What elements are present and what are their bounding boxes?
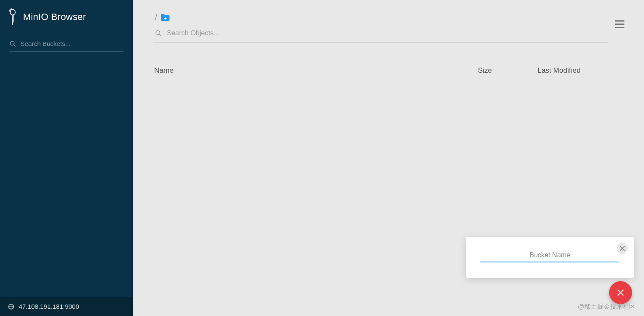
object-search-input[interactable] (167, 29, 608, 37)
minio-logo-icon (8, 9, 17, 26)
host-label: 47.108.191.181:9000 (19, 303, 79, 310)
object-search[interactable] (153, 27, 608, 43)
main-content: / (133, 0, 644, 316)
menu-button[interactable] (612, 18, 627, 32)
close-icon (620, 246, 625, 251)
column-name[interactable]: Name (154, 66, 478, 75)
column-size[interactable]: Size (478, 66, 538, 75)
create-bucket-popover (466, 237, 634, 278)
topbar: / (133, 13, 644, 43)
breadcrumb-root: / (155, 13, 157, 22)
breadcrumb: / (153, 13, 612, 27)
svg-rect-9 (615, 20, 624, 22)
globe-icon (8, 303, 14, 310)
bucket-search[interactable] (9, 37, 124, 52)
sidebar-header: MinIO Browser (0, 0, 133, 34)
svg-line-1 (14, 45, 15, 46)
svg-rect-11 (615, 27, 624, 28)
svg-rect-10 (615, 24, 624, 25)
sidebar-footer: 47.108.191.181:9000 (0, 297, 133, 316)
search-icon (9, 40, 16, 47)
topbar-left: / (153, 13, 612, 43)
close-icon (617, 289, 624, 296)
folder-add-button[interactable] (161, 14, 170, 21)
fab-close-button[interactable] (609, 281, 632, 304)
svg-rect-6 (164, 18, 167, 19)
search-icon (155, 30, 162, 37)
column-modified[interactable]: Last Modified (538, 66, 623, 75)
close-button[interactable] (617, 243, 628, 254)
bucket-name-input[interactable] (480, 249, 619, 262)
brand-title: MinIO Browser (23, 11, 86, 23)
svg-line-8 (159, 34, 161, 36)
table-header: Name Size Last Modified (133, 58, 644, 81)
watermark: @稀土掘金技术社区 (578, 303, 635, 311)
sidebar: MinIO Browser 47.108.191.181:9000 (0, 0, 133, 316)
bucket-search-input[interactable] (20, 40, 124, 47)
